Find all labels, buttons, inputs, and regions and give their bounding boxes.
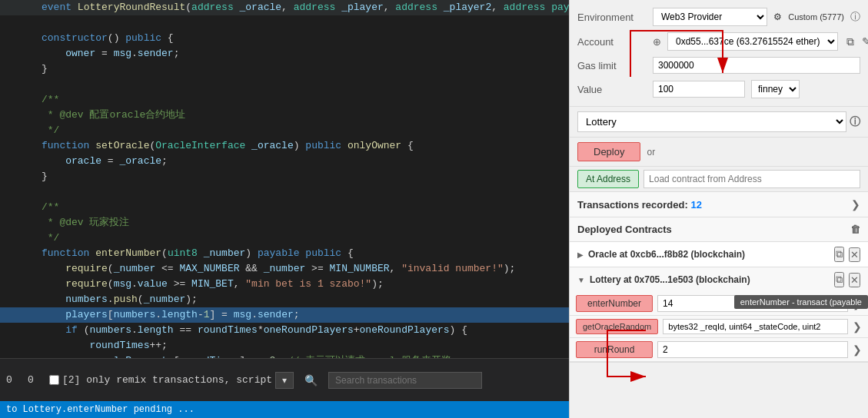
or-text: or — [647, 147, 655, 158]
get-oracle-random-row: getOracleRandom ❯ — [570, 316, 868, 338]
account-label: Account — [577, 36, 647, 48]
account-icons: ⧉ ✎ — [844, 34, 868, 50]
info-icon: ⓘ — [850, 10, 860, 24]
at-address-input[interactable] — [644, 170, 860, 188]
contract-selector-row: Lottery ⓘ — [570, 107, 868, 138]
account-select[interactable]: 0xd55...637ce (63.27615524 ether) — [667, 32, 838, 51]
bottom-number: 0 — [6, 374, 22, 386]
code-editor: event LotteryRoundResult(address _oracle… — [0, 0, 569, 418]
status-bar: to Lottery.enterNumber pending ... — [0, 401, 569, 418]
deploy-button[interactable]: Deploy — [577, 142, 640, 161]
edit-address-btn[interactable]: ✎ — [860, 34, 868, 50]
code-line: owner = msg.sender; — [0, 46, 569, 61]
lottery-contract-name: Lottery at 0x705...1e503 (blockchain) — [590, 274, 830, 285]
code-line: } — [0, 61, 569, 77]
code-line: roundTimes++; — [0, 338, 569, 353]
code-line: players[numbers.length-1] = msg.sender; — [0, 307, 569, 323]
code-line — [0, 77, 569, 92]
search-icon-button[interactable]: 🔍 — [300, 373, 322, 388]
transactions-filter-label: [2] only remix transactions, script — [62, 374, 272, 386]
value-label: Value — [577, 84, 647, 95]
deployed-label: Deployed Contracts — [577, 224, 672, 235]
contract-info-btn[interactable]: ⓘ — [850, 115, 860, 129]
lottery-contract-item: ▼ Lottery at 0x705...1e503 (blockchain) … — [570, 267, 868, 363]
tooltip: enterNumber - transact (payable — [734, 295, 868, 309]
code-line: /** — [0, 92, 569, 108]
trash-icon[interactable]: 🗑 — [850, 224, 860, 235]
code-line: require(_number <= MAX_NUMBER && _number… — [0, 261, 569, 277]
code-line: */ — [0, 231, 569, 246]
oracle-contract-item: ▶ Oracle at 0xcb6...f8b82 (blockchain) ⧉… — [570, 242, 868, 267]
account-plus-icon: ⊕ — [653, 36, 661, 48]
account-row: Account ⊕ 0xd55...637ce (63.27615524 eth… — [577, 29, 860, 54]
lottery-close-btn[interactable]: ✕ — [849, 273, 860, 287]
network-icon: ⚙ — [773, 12, 782, 22]
tx-count: 12 — [690, 199, 701, 211]
environment-section: Environment Web3 Provider ⚙ Custom (5777… — [570, 0, 868, 107]
get-oracle-random-btn[interactable]: getOracleRandom — [576, 319, 658, 334]
network-label: Custom (5777) — [788, 12, 844, 22]
code-line: constructor() public { — [0, 31, 569, 46]
right-panel: Environment Web3 Provider ⚙ Custom (5777… — [569, 0, 868, 418]
deployed-contracts-header: Deployed Contracts 🗑 — [570, 217, 868, 242]
code-line — [0, 184, 569, 200]
code-line: * @dev 玩家投注 — [0, 215, 569, 231]
run-round-chevron-icon[interactable]: ❯ — [853, 343, 862, 356]
code-line: numbers.push(_number); — [0, 292, 569, 307]
transactions-chevron-icon[interactable]: ❯ — [851, 198, 860, 211]
deploy-row: Deploy or enterNumber - transact (payabl… — [570, 138, 868, 167]
code-line: oracle = _oracle; — [0, 154, 569, 169]
value-row: Value wei gwei szabo finney ether — [577, 77, 860, 101]
right-panel-wrapper: Environment Web3 Provider ⚙ Custom (5777… — [569, 0, 868, 418]
value-unit-select[interactable]: wei gwei szabo finney ether — [751, 80, 800, 98]
oracle-close-btn[interactable]: ✕ — [849, 247, 860, 262]
enter-number-btn[interactable]: enterNumber — [576, 295, 653, 312]
code-line: } — [0, 169, 569, 184]
bottom-bar: 0 0 [2] only remix transactions, script … — [0, 358, 569, 401]
code-line: /** — [0, 200, 569, 215]
bottom-zero: 0 — [28, 374, 43, 386]
transactions-filter-wrap: [2] only remix transactions, script ▾ — [49, 372, 294, 389]
transactions-header: Transactions recorded: 12 ❯ — [570, 192, 868, 217]
code-line: function setOracle(OracleInterface _orac… — [0, 138, 569, 154]
contract-select[interactable]: Lottery — [577, 111, 846, 132]
gas-limit-input[interactable] — [653, 57, 860, 74]
code-line: require(msg.value >= MIN_BET, "min bet i… — [0, 277, 569, 292]
value-input[interactable] — [653, 81, 745, 98]
search-input[interactable] — [328, 372, 482, 389]
expand-triangle-icon: ▶ — [577, 250, 584, 259]
code-line: * @dev 配置oracle合约地址 — [0, 108, 569, 123]
oracle-contract-name: Oracle at 0xcb6...f8b82 (blockchain) — [588, 249, 830, 260]
collapse-triangle-icon: ▼ — [577, 276, 585, 284]
code-line: function enterNumber(uint8 _number) paya… — [0, 246, 569, 261]
lottery-copy-btn[interactable]: ⧉ — [834, 272, 844, 287]
status-message: to Lottery.enterNumber pending ... — [6, 404, 195, 415]
code-line — [0, 15, 569, 31]
gas-limit-label: Gas limit — [577, 60, 647, 71]
environment-select[interactable]: Web3 Provider — [653, 8, 767, 26]
get-oracle-random-chevron-icon[interactable]: ❯ — [853, 320, 862, 333]
run-round-row: runRound ❯ — [570, 338, 868, 362]
at-address-button[interactable]: At Address — [577, 170, 639, 188]
code-area[interactable]: event LotteryRoundResult(address _oracle… — [0, 0, 569, 358]
run-round-btn[interactable]: runRound — [576, 341, 653, 358]
transactions-dropdown-btn[interactable]: ▾ — [275, 372, 294, 389]
environment-row: Environment Web3 Provider ⚙ Custom (5777… — [577, 5, 860, 29]
oracle-copy-btn[interactable]: ⧉ — [834, 247, 844, 262]
at-address-row: At Address — [570, 167, 868, 192]
run-round-input[interactable] — [657, 341, 848, 358]
code-line: if (numbers.length == roundTimes*oneRoun… — [0, 323, 569, 338]
transactions-checkbox[interactable] — [49, 375, 59, 385]
oracle-contract-header[interactable]: ▶ Oracle at 0xcb6...f8b82 (blockchain) ⧉… — [570, 242, 868, 267]
transactions-label: Transactions recorded: 12 — [577, 199, 702, 211]
environment-label: Environment — [577, 12, 647, 23]
transactions-title-text: Transactions recorded: — [577, 199, 688, 211]
get-oracle-random-input[interactable] — [663, 319, 848, 334]
copy-address-btn[interactable]: ⧉ — [844, 34, 856, 50]
lottery-contract-header[interactable]: ▼ Lottery at 0x705...1e503 (blockchain) … — [570, 267, 868, 292]
gas-limit-row: Gas limit — [577, 54, 860, 77]
code-line: */ — [0, 123, 569, 138]
code-line: event LotteryRoundResult(address _oracle… — [0, 0, 569, 15]
